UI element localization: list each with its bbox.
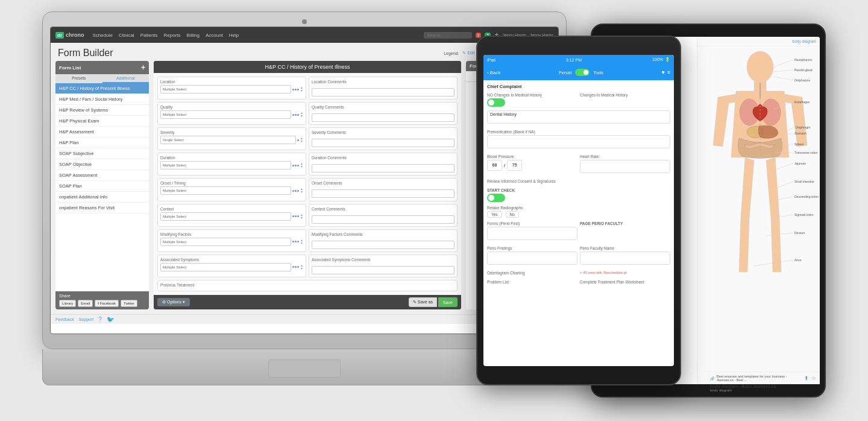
yes-button[interactable]: Yes	[487, 211, 502, 218]
premedication-field[interactable]	[487, 135, 670, 148]
changes-col: Changes to Medical History	[580, 93, 670, 107]
footer-feedback[interactable]: Feedback	[55, 317, 74, 321]
forms-perio-field[interactable]	[487, 227, 577, 240]
start-check-row: START CHECK	[487, 188, 670, 202]
list-item[interactable]: H&P Med / Fam / Social History	[55, 94, 149, 105]
trackpad[interactable]	[268, 359, 341, 378]
body-diagram-header: body diagram	[697, 37, 820, 46]
persist-toggle[interactable]	[575, 69, 590, 76]
symptoms-comment-input[interactable]	[312, 266, 454, 274]
no-changes-toggle[interactable]	[487, 98, 505, 107]
location-comment-input[interactable]	[312, 88, 454, 97]
form-builder-body: Location ▲▼	[154, 73, 461, 295]
onset-select[interactable]	[160, 186, 291, 195]
quality-select[interactable]	[160, 110, 291, 119]
ipad-back-button[interactable]: ‹ Back	[487, 70, 500, 75]
list-item[interactable]: SOAP Assessment	[55, 170, 149, 181]
search-input[interactable]	[424, 32, 472, 39]
location-arrows[interactable]: ▲▼	[300, 86, 303, 92]
list-item[interactable]: H&P Review of Systems	[55, 105, 149, 116]
severity-comment-input[interactable]	[312, 139, 454, 147]
dental-history-field[interactable]: Dental History	[487, 110, 670, 124]
nav-account[interactable]: Account	[206, 33, 223, 38]
list-item[interactable]: SOAP Subjective	[55, 148, 149, 159]
heart-icon[interactable]: ♥	[661, 69, 664, 75]
symptoms-select[interactable]	[160, 263, 291, 271]
bp-diastolic[interactable]: 75	[507, 160, 522, 171]
share-email-btn[interactable]: Email	[78, 300, 93, 307]
perio-faculty-field[interactable]	[580, 252, 670, 265]
menu-icon[interactable]: ≡	[667, 69, 670, 75]
symptoms-dots	[292, 266, 299, 268]
list-item[interactable]: SOAP Plan	[55, 181, 149, 192]
share-twitter-btn[interactable]: Twitter	[121, 300, 137, 307]
add-form-icon[interactable]: +	[141, 63, 145, 72]
share-facebook-btn[interactable]: f Facebook	[95, 300, 119, 307]
duration-dots	[292, 165, 299, 166]
start-check-toggle[interactable]	[487, 194, 505, 202]
modifying-select[interactable]	[160, 238, 291, 246]
list-item[interactable]: H&P Physical Exam	[55, 116, 149, 127]
heart-rate-field[interactable]	[580, 160, 670, 173]
problem-list-row: Problem List Complete Treatment Plan Wor…	[487, 280, 670, 285]
ipad-screen: iPad 3:12 PM 100% 🔋 ‹ Back Persist Tools	[483, 55, 674, 366]
ipad-status-bar: iPad 3:12 PM 100% 🔋	[483, 55, 674, 65]
options-button[interactable]: ⚙ Options ▾	[157, 298, 190, 306]
share-icon[interactable]: ⬆	[804, 375, 809, 381]
onset-arrows[interactable]: ▲▼	[300, 188, 303, 194]
list-item[interactable]: SOAP Objective	[55, 159, 149, 170]
perio-findings-field[interactable]	[487, 252, 577, 265]
nav-reports[interactable]: Reports	[164, 33, 181, 38]
context-arrows[interactable]: ▲▼	[300, 214, 303, 220]
nav-billing[interactable]: Billing	[187, 33, 200, 38]
svg-text:Spleen: Spleen	[794, 142, 804, 146]
save-button[interactable]: Save	[438, 297, 458, 307]
onset-comment-input[interactable]	[312, 189, 454, 198]
svg-line-9	[773, 70, 793, 72]
tablet-site-info: body diagram - Roho.4senses.co body diag…	[706, 382, 820, 384]
duration-select[interactable]	[160, 161, 291, 169]
external-link-icon: 🔗	[710, 376, 714, 381]
context-comments: Context Comments	[309, 204, 458, 227]
legend-edit[interactable]: ✎ Edit	[462, 51, 474, 55]
duration-arrows[interactable]: ▲▼	[300, 162, 303, 168]
list-item[interactable]: H&P Assessment	[55, 127, 149, 138]
tab-additional[interactable]: Additional	[102, 74, 149, 83]
modifying-dots	[292, 241, 299, 242]
svg-text:Small intestine: Small intestine	[794, 180, 814, 183]
ipad-model: iPad	[487, 58, 495, 62]
list-item[interactable]: onpatient Additional Info	[55, 192, 149, 203]
retake-radio-row: Retake Radiographs Yes No	[487, 206, 670, 218]
nav-clinical[interactable]: Clinical	[119, 33, 134, 38]
twitter-icon[interactable]: 🐦	[107, 316, 114, 323]
nav-patients[interactable]: Patients	[140, 33, 158, 38]
quality-arrows[interactable]: ▲▼	[300, 112, 303, 118]
list-item[interactable]: onpatient Reasons For Visit	[55, 203, 149, 214]
bookmark-icon[interactable]: ☆	[811, 375, 816, 381]
symptoms-arrows[interactable]: ▲▼	[300, 264, 303, 270]
nav-help[interactable]: Help	[229, 33, 239, 38]
list-item[interactable]: H&P CC / History of Present Illness	[55, 83, 149, 94]
context-comment-input[interactable]	[312, 215, 454, 224]
help-icon[interactable]: ?	[98, 316, 102, 323]
share-library-btn[interactable]: Library	[59, 300, 76, 307]
severity-arrows[interactable]: ▲▼	[300, 137, 303, 143]
onset-dots	[292, 190, 299, 192]
ipad-content: Chief Complaint NO Changes to Medical Hi…	[483, 80, 674, 366]
duration-comment-input[interactable]	[312, 164, 454, 173]
modifying-comment-input[interactable]	[312, 241, 454, 249]
location-select[interactable]	[160, 85, 291, 93]
severity-select[interactable]	[160, 136, 296, 144]
bp-systolic[interactable]: 68	[487, 160, 502, 171]
list-item[interactable]: H&P Plan	[55, 138, 149, 148]
save-as-button[interactable]: ✎ Save as	[409, 297, 437, 307]
footer-support[interactable]: Support	[79, 317, 94, 321]
tab-presets[interactable]: Presets	[55, 74, 102, 83]
ipad-battery: 100% 🔋	[652, 57, 670, 62]
field-onset: Onset / Timing ▲▼	[157, 178, 306, 201]
modifying-arrows[interactable]: ▲▼	[300, 239, 303, 245]
context-select[interactable]	[160, 212, 291, 221]
no-button[interactable]: No	[506, 211, 519, 218]
nav-schedule[interactable]: Schedule	[93, 33, 113, 38]
quality-comment-input[interactable]	[312, 113, 454, 122]
